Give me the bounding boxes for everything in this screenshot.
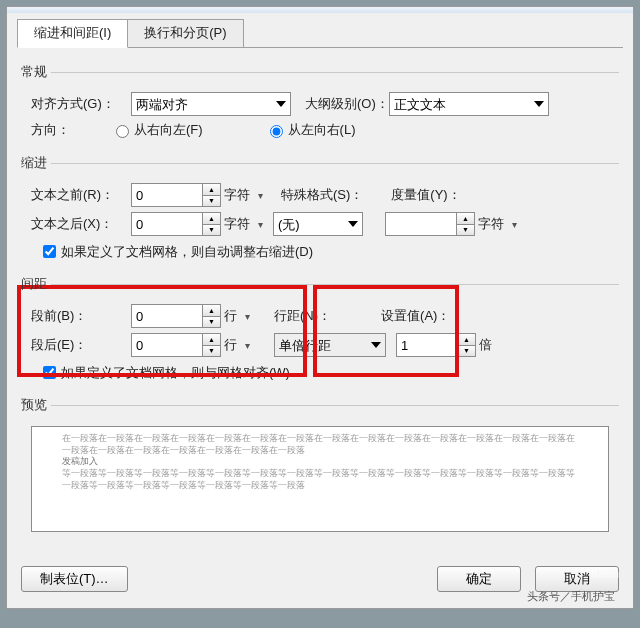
group-general: 常规 对齐方式(G)： 两端对齐 大纲级别(O)： 正文文本 方向： 从右向左(… (21, 63, 619, 148)
spin-up-icon[interactable]: ▲ (457, 212, 475, 224)
chevron-down-icon: ▾ (506, 219, 522, 230)
checkbox-label: 如果定义了文档网格，则与网格对齐(W) (61, 364, 290, 382)
auto-adjust-right-indent-checkbox[interactable]: 如果定义了文档网格，则自动调整右缩进(D) (39, 242, 313, 261)
tab-label: 换行和分页(P) (144, 25, 226, 40)
set-value-unit: 倍 (479, 336, 492, 354)
radio-label: 从右向左(F) (134, 121, 203, 139)
space-before-input[interactable] (131, 304, 203, 328)
measure-spinner[interactable]: ▲▼ (385, 212, 475, 236)
spin-up-icon[interactable]: ▲ (203, 183, 221, 195)
line-spacing-select[interactable]: 单倍行距 (274, 333, 386, 357)
group-indent: 缩进 文本之前(R)： ▲▼ 字符▾ 特殊格式(S)： 度量值(Y)： 文本之后… (21, 154, 619, 269)
dialog-footer: 制表位(T)… 确定 取消 Baidu 头条号／手机护宝 (7, 556, 633, 608)
preview-text-before: 在一段落在一段落在一段落在一段落在一段落在一段落在一段落在一段落在一段落在一段落… (62, 433, 578, 456)
paragraph-dialog: 缩进和间距(I) 换行和分页(P) 常规 对齐方式(G)： 两端对齐 大纲级别(… (6, 6, 634, 609)
indent-before-spinner[interactable]: ▲▼ (131, 183, 221, 207)
checkbox-label: 如果定义了文档网格，则自动调整右缩进(D) (61, 243, 313, 261)
preview-area: 在一段落在一段落在一段落在一段落在一段落在一段落在一段落在一段落在一段落在一段落… (31, 426, 609, 532)
alignment-select[interactable]: 两端对齐 (131, 92, 291, 116)
snap-to-grid-checkbox[interactable]: 如果定义了文档网格，则与网格对齐(W) (39, 363, 290, 382)
spin-down-icon[interactable]: ▼ (203, 224, 221, 237)
spin-up-icon[interactable]: ▲ (203, 304, 221, 316)
group-legend: 缩进 (21, 154, 51, 172)
indent-after-spinner[interactable]: ▲▼ (131, 212, 221, 236)
ok-button[interactable]: 确定 (437, 566, 521, 592)
indent-before-input[interactable] (131, 183, 203, 207)
spin-down-icon[interactable]: ▼ (458, 345, 476, 358)
preview-text-after: 等一段落等一段落等一段落等一段落等一段落等一段落等一段落等一段落等一段落等一段落… (62, 468, 578, 491)
space-before-spinner[interactable]: ▲▼ (131, 304, 221, 328)
space-after-label: 段后(E)： (31, 336, 131, 354)
line-spacing-label: 行距(N)： (274, 307, 331, 325)
set-value-input[interactable] (396, 333, 458, 357)
tabs-button[interactable]: 制表位(T)… (21, 566, 128, 592)
group-legend: 间距 (21, 275, 51, 293)
space-after-input[interactable] (131, 333, 203, 357)
tab-indent-spacing[interactable]: 缩进和间距(I) (17, 19, 128, 48)
spin-down-icon[interactable]: ▼ (457, 224, 475, 237)
measure-unit[interactable]: 字符▾ (475, 213, 525, 235)
chevron-down-icon: ▾ (252, 190, 268, 201)
special-select[interactable]: (无) (273, 212, 363, 236)
direction-rtl-radio[interactable]: 从右向左(F) (111, 121, 203, 139)
indent-after-label: 文本之后(X)： (31, 215, 131, 233)
chevron-down-icon: ▾ (252, 219, 268, 230)
group-spacing: 间距 段前(B)： ▲▼ 行▾ 行距(N)： 设置值(A)： 段后(E)： ▲▼ (21, 275, 619, 390)
tab-label: 缩进和间距(I) (34, 25, 111, 40)
space-after-unit[interactable]: 行▾ (221, 334, 258, 356)
group-legend: 预览 (21, 396, 51, 414)
spin-up-icon[interactable]: ▲ (203, 212, 221, 224)
chevron-down-icon: ▾ (239, 340, 255, 351)
direction-ltr-radio[interactable]: 从左向右(L) (265, 121, 356, 139)
outline-level-label: 大纲级别(O)： (305, 95, 389, 113)
spin-up-icon[interactable]: ▲ (458, 333, 476, 345)
group-preview: 预览 在一段落在一段落在一段落在一段落在一段落在一段落在一段落在一段落在一段落在… (21, 396, 619, 538)
group-legend: 常规 (21, 63, 51, 81)
space-before-unit[interactable]: 行▾ (221, 305, 258, 327)
preview-sample-text: 发稿加入 (62, 456, 578, 468)
spin-down-icon[interactable]: ▼ (203, 195, 221, 208)
spin-up-icon[interactable]: ▲ (203, 333, 221, 345)
space-after-spinner[interactable]: ▲▼ (131, 333, 221, 357)
watermark-brand: Baidu (591, 568, 619, 580)
spin-down-icon[interactable]: ▼ (203, 345, 221, 358)
measure-label: 度量值(Y)： (391, 186, 460, 204)
set-value-spinner[interactable]: ▲▼ (396, 333, 476, 357)
indent-before-unit[interactable]: 字符▾ (221, 184, 271, 206)
space-before-label: 段前(B)： (31, 307, 131, 325)
direction-label: 方向： (31, 121, 111, 139)
tab-strip: 缩进和间距(I) 换行和分页(P) (7, 13, 633, 48)
tab-line-page[interactable]: 换行和分页(P) (127, 19, 243, 48)
indent-after-input[interactable] (131, 212, 203, 236)
alignment-label: 对齐方式(G)： (31, 95, 131, 113)
spin-down-icon[interactable]: ▼ (203, 316, 221, 329)
special-label: 特殊格式(S)： (281, 186, 363, 204)
indent-after-unit[interactable]: 字符▾ (221, 213, 271, 235)
radio-label: 从左向右(L) (288, 121, 356, 139)
indent-before-label: 文本之前(R)： (31, 186, 131, 204)
set-value-label: 设置值(A)： (381, 307, 450, 325)
outline-level-select[interactable]: 正文文本 (389, 92, 549, 116)
watermark-author: 头条号／手机护宝 (527, 589, 615, 604)
measure-input[interactable] (385, 212, 457, 236)
chevron-down-icon: ▾ (239, 311, 255, 322)
